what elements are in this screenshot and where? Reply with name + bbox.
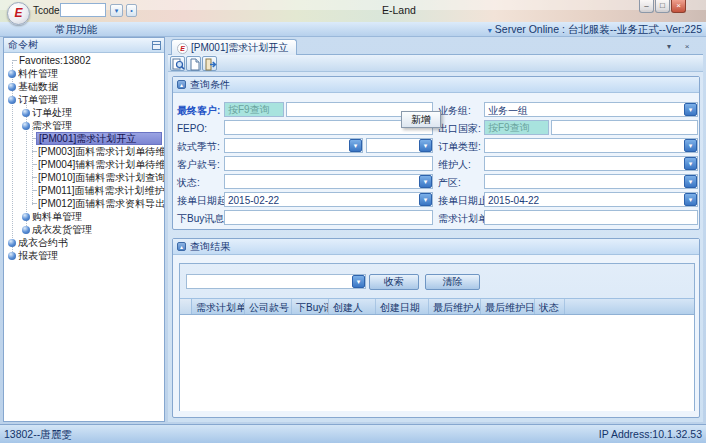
chevron-down-icon[interactable]: ▾ — [419, 139, 432, 152]
search-button[interactable]: 收索 — [369, 274, 419, 290]
tree-item-label: 购料单管理 — [32, 210, 82, 223]
tcode-input[interactable] — [60, 3, 106, 17]
tree-item-label: [PM012]面辅料需求资料导出 — [38, 197, 164, 210]
panel-toggle-icon[interactable] — [152, 41, 161, 50]
column-header-status[interactable]: 状态 — [535, 299, 565, 314]
tab-close-button[interactable]: × — [681, 41, 693, 53]
export-country-label: 出口国家: — [438, 122, 481, 135]
new-button[interactable] — [186, 56, 201, 71]
tab-pm001[interactable]: E [PM001]需求计划开立 — [171, 39, 297, 56]
collapse-icon[interactable]: ▴ — [177, 242, 186, 251]
tree-item-garment-contract[interactable]: 成衣合约书 — [4, 236, 162, 249]
date-from-value: 2015-02-22 — [228, 194, 417, 207]
tree-item-label: 报表管理 — [18, 249, 58, 262]
date-to-value: 2015-04-22 — [488, 194, 682, 207]
collapse-icon[interactable]: ▴ — [177, 80, 186, 89]
column-header-create-date[interactable]: 创建日期 — [376, 299, 429, 314]
tree-item-label: 订单管理 — [18, 93, 58, 106]
tree-item-order-mgmt[interactable]: 订单管理 — [4, 93, 162, 106]
tree-item-label: 成衣合约书 — [18, 236, 68, 249]
calendar-dropdown-icon[interactable]: ▾ — [684, 193, 697, 206]
column-header-buy-info[interactable]: 下Buy讯.. — [292, 299, 329, 314]
tree-item-demand-mgmt[interactable]: 需求管理 — [4, 119, 162, 132]
chevron-down-icon[interactable]: ▾ — [349, 139, 362, 152]
customer-style-label: 客户款号: — [177, 158, 220, 171]
biz-group-select[interactable]: 业务一组 ▾ — [484, 102, 698, 117]
calendar-dropdown-icon[interactable]: ▾ — [419, 193, 432, 206]
tree-item-order-process[interactable]: 订单处理 — [4, 106, 162, 119]
fepo-label: FEPO: — [177, 122, 207, 135]
tab-title: [PM001]需求计划开立 — [191, 41, 288, 55]
final-customer-label: 最终客户: — [177, 104, 220, 117]
export-country-input[interactable] — [551, 120, 698, 135]
tree-item-materials[interactable]: 料件管理 — [4, 67, 162, 80]
tree-item-purchase-mgmt[interactable]: 购料单管理 — [4, 210, 162, 223]
tree-item-pm012[interactable]: [PM012]面辅料需求资料导出 — [4, 197, 162, 210]
region-select[interactable]: ▾ — [484, 174, 698, 189]
status-select[interactable]: ▾ — [224, 174, 433, 189]
tcode-go-button[interactable]: ▾ — [110, 4, 123, 17]
export-country-f9-input[interactable] — [484, 120, 549, 135]
tree-item-basedata[interactable]: 基础数据 — [4, 80, 162, 93]
buy-info-label: 下Buy讯息: — [177, 212, 227, 225]
tree-item-favorites[interactable]: Favorites:13802 — [4, 54, 162, 67]
results-section-header[interactable]: ▴ 查询结果 — [173, 239, 699, 255]
tree-connector — [32, 203, 37, 204]
tree-item-label: [PM001]需求计划开立 — [39, 133, 136, 144]
date-to-picker[interactable]: 2015-04-22 ▾ — [484, 192, 698, 207]
tree-item-report-mgmt[interactable]: 报表管理 — [4, 249, 162, 262]
tree-item-pm003[interactable]: [PM003]面料需求计划单待维护 — [4, 145, 162, 158]
column-header-last-maintainer[interactable]: 最后维护人 — [429, 299, 481, 314]
tree-item-pm004[interactable]: [PM004]辅料需求计划单待维护 — [4, 158, 162, 171]
query-section-header[interactable]: ▴ 查询条件 — [173, 77, 699, 93]
chevron-down-icon[interactable]: ▾ — [684, 103, 697, 116]
close-button[interactable]: × — [671, 0, 686, 13]
date-from-picker[interactable]: 2015-02-22 ▾ — [224, 192, 433, 207]
tree-item-label: 基础数据 — [18, 80, 58, 93]
style-season-select-2[interactable]: ▾ — [366, 138, 433, 153]
final-customer-f9-input[interactable] — [224, 102, 284, 117]
tree-item-pm010[interactable]: [PM010]面辅料需求计划查询(新) — [4, 171, 162, 184]
style-season-select-1[interactable]: ▾ — [224, 138, 363, 153]
tree-item-pm011[interactable]: [PM011]面辅料需求计划维护查询(新) — [4, 184, 162, 197]
customer-style-input[interactable] — [224, 156, 433, 171]
chevron-down-icon[interactable]: ▾ — [352, 275, 365, 288]
exit-button[interactable] — [202, 56, 217, 71]
minimize-button[interactable]: – — [639, 0, 654, 13]
main-panel: E [PM001]需求计划开立 ▾ × — [168, 37, 703, 422]
chevron-down-icon[interactable]: ▾ — [684, 139, 697, 152]
column-header-company-style[interactable]: 公司款号 — [245, 299, 292, 314]
query-section-title: 查询条件 — [190, 78, 230, 92]
order-type-select[interactable]: ▾ — [484, 138, 698, 153]
column-header-plan-no[interactable]: 需求计划单号 — [192, 299, 245, 314]
node-icon — [8, 239, 16, 247]
results-filter-select[interactable]: ▾ — [186, 274, 366, 289]
tree-item-label: 料件管理 — [18, 67, 58, 80]
buy-info-input[interactable] — [224, 210, 433, 225]
tcode-pin-button[interactable]: • — [126, 4, 137, 17]
tab-list-button[interactable]: ▾ — [663, 41, 675, 53]
style-season-value-2 — [370, 140, 417, 153]
date-from-label: 接单日期起: — [177, 194, 230, 207]
tree-item-label: 订单处理 — [32, 106, 72, 119]
sidebar-title: 命令树 — [8, 39, 38, 50]
column-header-last-maintain-date[interactable]: 最后维护日期 — [481, 299, 535, 314]
column-header-creator[interactable]: 创建人 — [329, 299, 376, 314]
maximize-button[interactable]: □ — [655, 0, 670, 13]
chevron-down-icon[interactable]: ▾ — [684, 175, 697, 188]
tree-connector — [32, 164, 37, 165]
ribbon-tab-common[interactable]: 常用功能 — [55, 23, 97, 37]
query-button[interactable] — [170, 56, 185, 71]
chevron-down-icon[interactable]: ▾ — [419, 175, 432, 188]
title-bar: E Tcode ▾ • E-Land – □ × — [0, 0, 706, 22]
sidebar-header: 命令树 — [4, 38, 164, 53]
tree-item-garment-shipping[interactable]: 成衣发货管理 — [4, 223, 162, 236]
node-icon — [8, 83, 16, 91]
plan-no-input[interactable] — [484, 210, 698, 225]
maintainer-select[interactable]: ▾ — [484, 156, 698, 171]
tree-item-pm001-selected[interactable]: [PM001]需求计划开立 — [4, 132, 162, 145]
app-logo-icon[interactable]: E — [7, 2, 30, 25]
clear-button[interactable]: 清除 — [425, 274, 480, 290]
results-table-body[interactable] — [180, 315, 694, 411]
chevron-down-icon[interactable]: ▾ — [684, 157, 697, 170]
